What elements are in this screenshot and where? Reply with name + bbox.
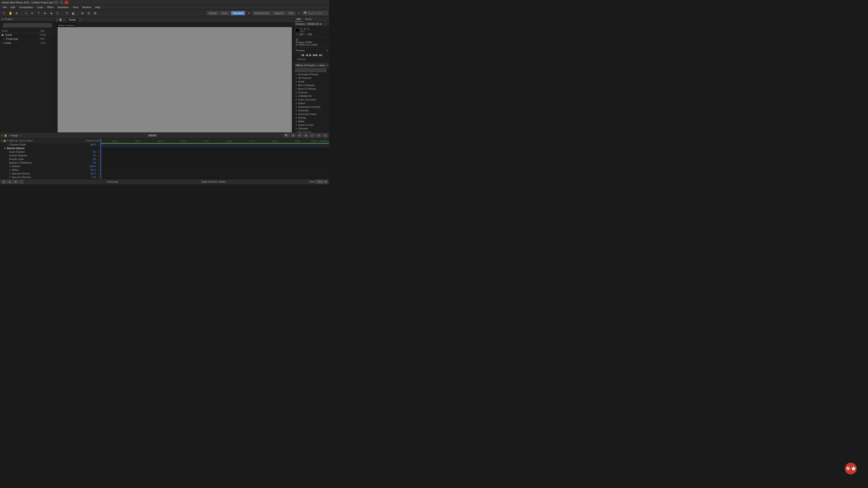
effect-name: 3D Channel	[298, 76, 311, 79]
timeline-btn6[interactable]: ◎	[322, 133, 328, 137]
preview-last-btn[interactable]: ▶|	[319, 53, 323, 57]
effect-matte[interactable]: ▶ Matte	[294, 120, 329, 123]
expand-icon[interactable]: »	[327, 64, 328, 67]
effect-boris[interactable]: ▶ Boris FX Mocha	[294, 87, 329, 91]
menu-animation[interactable]: Animation	[56, 5, 70, 9]
workspace-small-screen[interactable]: Small Screen	[252, 11, 271, 15]
project-item-solids-type: Folder	[40, 34, 53, 36]
renderer-settings-icon[interactable]: ⚙	[320, 23, 322, 25]
none-dropdown[interactable]: None	[315, 180, 328, 184]
preview-prev-btn[interactable]: ◀	[305, 53, 308, 57]
effect-noise-grain[interactable]: ▶ Noise & Grain	[294, 123, 329, 127]
workspace-menu[interactable]: ≡	[246, 10, 251, 16]
effect-audio[interactable]: ▶ Audio	[294, 80, 329, 84]
timeline-btn1[interactable]: ⊞	[291, 133, 296, 137]
timeline-bottom-btn3[interactable]: ⊠	[13, 180, 18, 184]
project-item-fondo-png[interactable]: ▪ Fondo.png PNG	[0, 37, 55, 41]
effects-search-input[interactable]	[295, 68, 327, 72]
tab-audio[interactable]: Audio	[303, 17, 314, 22]
layer-row-specular-intensity[interactable]: ⊙ Specular Intensity 50 % ⊙	[0, 172, 100, 175]
tool-text[interactable]: T	[36, 10, 41, 16]
timeline-bottom-btn2[interactable]: ⊟	[7, 180, 12, 184]
menu-view[interactable]: View	[71, 5, 80, 9]
tool-pen[interactable]: ✒	[30, 10, 35, 16]
menu-file[interactable]: File	[1, 5, 8, 9]
effect-name: Boris FX Mocha	[298, 88, 316, 90]
menu-window[interactable]: Window	[81, 5, 93, 9]
menu-composition[interactable]: Composition	[18, 5, 35, 9]
window-controls: ─ □ ×	[55, 1, 68, 4]
minimize-button[interactable]: ─	[55, 1, 58, 4]
workspace-standard[interactable]: Standard	[231, 11, 245, 15]
layer-row-accepts-shadows[interactable]: Accepts Shadows On ⊙	[0, 154, 100, 158]
effect-arrow-icon: ▶	[296, 106, 297, 108]
effect-color-correction[interactable]: ▶ Color Correction	[294, 98, 329, 101]
preview-first-btn[interactable]: |◀	[300, 53, 305, 57]
timeline-btn4[interactable]: ⬡	[310, 133, 315, 137]
layer-row-material-options[interactable]: ▼ Material Options	[0, 147, 100, 150]
layer-row-accepts-lights[interactable]: Accepts Lights On ⊙	[0, 158, 100, 161]
tool-hand[interactable]: ✋	[8, 10, 13, 16]
layer-row-specular-shininess[interactable]: ⊙ Specular Shininess 5 % ⊙	[0, 175, 100, 179]
tool-clone[interactable]: ⊕	[42, 10, 48, 16]
effects-header: Effects & Presets ≡ Librar »	[294, 63, 329, 68]
menu-effect[interactable]: Effect	[45, 5, 55, 9]
workspace-default[interactable]: Default	[207, 11, 219, 15]
close-button[interactable]: ×	[65, 1, 68, 4]
timeline-btn3[interactable]: ⊠	[303, 133, 308, 137]
menu-help[interactable]: Help	[93, 5, 102, 9]
more-workspaces[interactable]: »	[296, 10, 302, 16]
tool-align2[interactable]: ⊟	[86, 10, 92, 16]
effect-keying[interactable]: ▶ Keying	[294, 116, 329, 120]
timeline-bottom-btn1[interactable]: ⊞	[1, 180, 6, 184]
timeline-comp-name: Fondo	[11, 134, 18, 137]
tool-puppet[interactable]: ⬡	[55, 10, 60, 16]
effect-cinema4d[interactable]: ▶ CINEMA 4D	[294, 94, 329, 98]
tab-info[interactable]: Info	[294, 17, 303, 22]
library-tab[interactable]: Librar	[319, 64, 325, 67]
effect-generate[interactable]: ▶ Generate	[294, 109, 329, 112]
timeline-track[interactable]: 00025 00050 00075 00100 00125 00150 0017…	[101, 138, 329, 179]
project-item-fondo[interactable]: ▪ Fondo Comp	[0, 41, 55, 45]
tool-3d[interactable]: ⬕	[70, 10, 76, 16]
layer-row-ambient[interactable]: ⊙ Ambient 100 % ⊙	[0, 165, 100, 168]
timeline-btn2[interactable]: ⊟	[297, 133, 302, 137]
effect-immersive[interactable]: ▶ Immersive Video	[294, 112, 329, 116]
tool-orbit[interactable]: ↻	[64, 10, 70, 16]
tool-align3[interactable]: ⊠	[92, 10, 98, 16]
timeline-bottom-add-layer[interactable]: +	[19, 180, 24, 184]
layer-row-casts-shadows[interactable]: Casts Shadows On ⊙	[0, 150, 100, 154]
comp-duration: Duration: 00300	[296, 41, 328, 43]
effect-blur-sharpen[interactable]: ▶ Blur & Sharpen	[294, 84, 329, 87]
effect-channel[interactable]: ▶ Channel	[294, 91, 329, 94]
layer-row-appears-reflections[interactable]: Appears in Reflections On ⊙	[0, 161, 100, 165]
effect-3d-channel[interactable]: ▶ 3D Channel	[294, 76, 329, 80]
tool-align1[interactable]: ⊞	[80, 10, 85, 16]
project-search-input[interactable]	[3, 23, 52, 27]
preview-next-btn[interactable]: ▶▶	[313, 53, 318, 57]
timeline-search-btn[interactable]: 🔍	[283, 133, 289, 137]
effect-obsolete[interactable]: ▶ Obsolete	[294, 127, 329, 130]
project-panel-title[interactable]: Project	[4, 18, 12, 20]
workspace-test[interactable]: Test	[287, 11, 295, 15]
tool-select[interactable]: ↖	[1, 10, 7, 16]
project-item-solids[interactable]: ▶ Solids Folder	[0, 33, 55, 37]
effect-distort[interactable]: ▶ Distort	[294, 101, 329, 105]
tool-paint[interactable]: ◈	[49, 10, 54, 16]
layer-row-diffuse[interactable]: ⊙ Diffuse 50 % ⊙	[0, 168, 100, 172]
menu-layer[interactable]: Layer	[35, 5, 45, 9]
effect-expression[interactable]: ▶ Expression Controls	[294, 105, 329, 109]
workspace-libraries[interactable]: Libraries	[272, 11, 286, 15]
tool-zoom[interactable]: ⊕	[14, 10, 20, 16]
tool-rect[interactable]: ▭	[23, 10, 29, 16]
effect-animation-presets[interactable]: ▶ Animation Presets	[294, 72, 329, 76]
search-input[interactable]	[308, 12, 326, 14]
preview-play-btn[interactable]: ▶	[309, 53, 312, 57]
tab-fondo[interactable]: Fondo	[66, 18, 79, 22]
timeline-btn5[interactable]: ⊕	[316, 133, 321, 137]
timeline-menu-icon: ≡	[20, 134, 21, 137]
workspace-learn[interactable]: Learn	[219, 11, 230, 15]
layer-row-extrusion[interactable]: ⊙ Extrusion Depth 268,0 ⊙	[0, 143, 100, 147]
menu-edit[interactable]: Edit	[9, 5, 17, 9]
maximize-button[interactable]: □	[60, 1, 63, 4]
